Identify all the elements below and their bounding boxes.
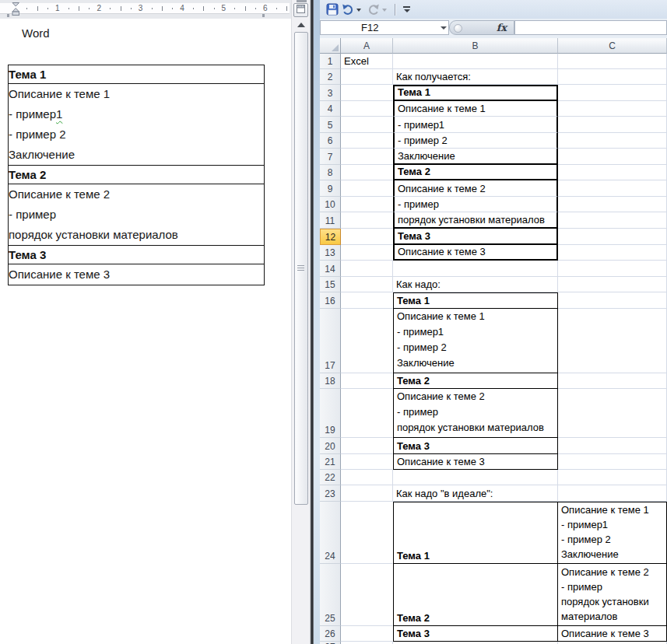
row-header-9[interactable]: 9 bbox=[320, 180, 341, 197]
row-header-10[interactable]: 10 bbox=[320, 197, 341, 212]
cell-A3[interactable] bbox=[341, 85, 393, 101]
cell-C6[interactable] bbox=[558, 133, 667, 149]
cell-A18[interactable] bbox=[341, 373, 393, 389]
cell-A20[interactable] bbox=[341, 438, 393, 454]
cell-C16[interactable] bbox=[558, 292, 667, 309]
undo-button[interactable] bbox=[340, 2, 356, 16]
cell-A2[interactable] bbox=[341, 69, 393, 85]
cell-C3[interactable] bbox=[558, 85, 667, 101]
column-header-A[interactable]: A bbox=[341, 38, 393, 54]
cell-B19[interactable]: Описание к теме 2 - пример порядок устан… bbox=[393, 389, 558, 438]
row-header-24[interactable]: 24 bbox=[320, 502, 341, 564]
cell-C13[interactable] bbox=[558, 245, 667, 261]
cell-A13[interactable] bbox=[341, 245, 393, 261]
cell-A21[interactable] bbox=[341, 454, 393, 470]
cell-B15[interactable]: Как надо: bbox=[393, 277, 558, 292]
cell-C8[interactable] bbox=[558, 165, 667, 180]
cell-C12[interactable] bbox=[558, 229, 667, 245]
cell-A16[interactable] bbox=[341, 292, 393, 309]
cell-B3[interactable]: Тема 1 bbox=[393, 85, 558, 101]
cell-C4[interactable] bbox=[558, 101, 667, 117]
row-header-19[interactable]: 19 bbox=[320, 389, 341, 438]
cell-A17[interactable] bbox=[341, 309, 393, 373]
cell-C5[interactable] bbox=[558, 117, 667, 133]
column-header-C[interactable]: C bbox=[558, 38, 667, 54]
cell-B22[interactable] bbox=[393, 470, 558, 485]
cell-C18[interactable] bbox=[558, 373, 667, 389]
cell-C25[interactable]: Описание к теме 2 - пример порядок устан… bbox=[558, 564, 667, 626]
cell-B9[interactable]: Описание к теме 2 bbox=[393, 180, 558, 197]
cell-C20[interactable] bbox=[558, 438, 667, 454]
row-header-20[interactable]: 20 bbox=[320, 438, 341, 454]
cell-B20[interactable]: Тема 3 bbox=[393, 438, 558, 454]
formula-bar-input[interactable] bbox=[514, 20, 667, 35]
row-header-21[interactable]: 21 bbox=[320, 454, 341, 470]
row-header-18[interactable]: 18 bbox=[320, 373, 341, 389]
row-header-8[interactable]: 8 bbox=[320, 165, 341, 180]
row-header-15[interactable]: 15 bbox=[320, 277, 341, 292]
name-box-dropdown-icon[interactable] bbox=[441, 26, 447, 30]
save-button[interactable] bbox=[325, 2, 340, 16]
cell-B26[interactable]: Тема 3 bbox=[393, 626, 558, 642]
cell-B13[interactable]: Описание к теме 3 bbox=[393, 245, 558, 261]
cell-B12[interactable]: Тема 3 bbox=[393, 229, 558, 245]
scroll-up-arrow-icon[interactable] bbox=[297, 23, 305, 27]
cell-A5[interactable] bbox=[341, 117, 393, 133]
name-box[interactable]: F12 bbox=[320, 20, 449, 35]
word-table-cell[interactable]: Описание к теме 1- пример1- пример 2Закл… bbox=[9, 84, 265, 166]
cell-C17[interactable] bbox=[558, 309, 667, 373]
cell-B24[interactable]: Тема 1 bbox=[393, 502, 558, 564]
word-text-line[interactable]: Описание к теме 3 bbox=[9, 264, 264, 285]
row-header-23[interactable]: 23 bbox=[320, 485, 341, 502]
undo-dropdown-icon[interactable] bbox=[356, 9, 361, 12]
cell-A14[interactable] bbox=[341, 261, 393, 277]
cell-A26[interactable] bbox=[341, 626, 393, 642]
word-text-line[interactable]: - пример bbox=[9, 205, 264, 225]
row-header-26[interactable]: 26 bbox=[320, 626, 341, 642]
cell-C23[interactable] bbox=[558, 485, 667, 502]
word-text-line[interactable]: - пример1 bbox=[9, 104, 264, 124]
row-header-12[interactable]: 12 bbox=[320, 229, 341, 245]
cell-B17[interactable]: Описание к теме 1 - пример1 - пример 2 З… bbox=[393, 309, 558, 373]
cell-B4[interactable]: Описание к теме 1 bbox=[393, 101, 558, 117]
row-header-16[interactable]: 16 bbox=[320, 292, 341, 309]
cell-C1[interactable] bbox=[558, 54, 667, 69]
cell-A25[interactable] bbox=[341, 564, 393, 626]
cell-A1[interactable]: Excel bbox=[341, 54, 393, 69]
redo-button[interactable] bbox=[366, 2, 381, 16]
word-text-line[interactable]: - пример 2 bbox=[9, 124, 264, 145]
word-table-cell[interactable]: Тема 1 bbox=[9, 65, 265, 84]
column-header-B[interactable]: B bbox=[393, 38, 558, 54]
cell-C22[interactable] bbox=[558, 470, 667, 485]
cell-A8[interactable] bbox=[341, 165, 393, 180]
word-text-line[interactable]: Описание к теме 1 bbox=[9, 84, 264, 104]
cell-C15[interactable] bbox=[558, 277, 667, 292]
cell-B21[interactable]: Описание к теме 3 bbox=[393, 454, 558, 470]
cell-B7[interactable]: Заключение bbox=[393, 149, 558, 165]
cell-B1[interactable] bbox=[393, 54, 558, 69]
cell-C11[interactable] bbox=[558, 212, 667, 229]
cell-C21[interactable] bbox=[558, 454, 667, 470]
cell-C9[interactable] bbox=[558, 180, 667, 197]
row-header-3[interactable]: 3 bbox=[320, 85, 341, 101]
cell-A11[interactable] bbox=[341, 212, 393, 229]
cell-A15[interactable] bbox=[341, 277, 393, 292]
row-header-25[interactable]: 25 bbox=[320, 564, 341, 626]
ruler-toggle-button[interactable] bbox=[293, 3, 308, 17]
cell-B6[interactable]: - пример 2 bbox=[393, 133, 558, 149]
word-table-cell[interactable]: Описание к теме 3 bbox=[9, 264, 265, 285]
split-handle[interactable] bbox=[297, 0, 307, 2]
cell-A12[interactable] bbox=[341, 229, 393, 245]
splitter-dot-icon[interactable] bbox=[454, 24, 462, 33]
cell-A7[interactable] bbox=[341, 149, 393, 165]
cell-C14[interactable] bbox=[558, 261, 667, 277]
word-vertical-scrollbar[interactable] bbox=[291, 0, 311, 644]
customize-quick-access-toolbar-button[interactable] bbox=[402, 5, 412, 13]
cell-B11[interactable]: порядок установки материалов bbox=[393, 212, 558, 229]
row-header-1[interactable]: 1 bbox=[320, 54, 341, 69]
cell-C19[interactable] bbox=[558, 389, 667, 438]
cell-A23[interactable] bbox=[341, 485, 393, 502]
cell-B16[interactable]: Тема 1 bbox=[393, 292, 558, 309]
row-header-22[interactable]: 22 bbox=[320, 470, 341, 485]
row-header-7[interactable]: 7 bbox=[320, 149, 341, 165]
